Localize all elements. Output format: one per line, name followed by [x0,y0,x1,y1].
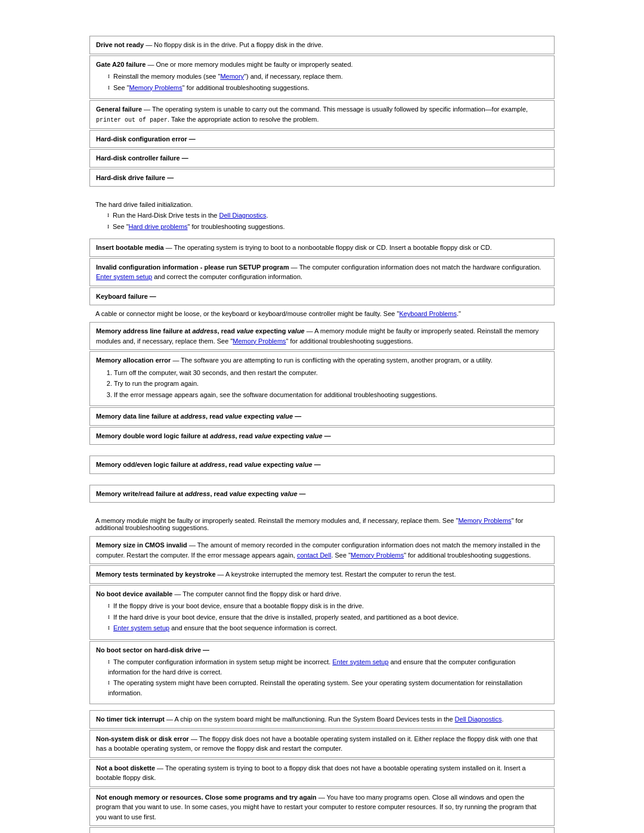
label-drive-not-ready: Drive not ready [96,41,144,48]
section-hd-controller: Hard-disk controller failure — [89,149,555,168]
section-memory-data-line: Memory data line failure at address, rea… [89,407,555,426]
link-enter-system-setup-3[interactable]: Enter system setup [332,658,388,665]
list-item: See "Hard drive problems" for troublesho… [107,222,549,232]
hd-init-text: The hard drive failed initialization. [95,201,549,208]
link-memory-problems-3[interactable]: Memory Problems [458,517,511,524]
hd-drive-text: Hard-disk drive failure — [96,173,548,183]
memory-module-faulty-text: A memory module might be faulty or impro… [95,517,549,531]
link-memory-problems-1[interactable]: Memory Problems [129,84,182,91]
label-hd-controller: Hard-disk controller failure — [96,154,188,162]
gate-a20-text: Gate A20 failure — One or more memory mo… [96,60,548,70]
list-item: Enter system setup and ensure that the b… [108,623,548,633]
section-memory-odd-even: Memory odd/even logic failure at address… [89,456,555,474]
section-not-enough-memory: Not enough memory or resources. Close so… [89,788,555,826]
link-memory[interactable]: Memory [220,73,244,80]
label-memory-data-line: Memory data line failure at address, rea… [96,413,301,420]
page-content: Drive not ready — No floppy disk is in t… [89,36,555,833]
label-hd-drive: Hard-disk drive failure — [96,174,174,181]
section-keyboard-failure: Keyboard failure — [89,287,555,306]
memory-double-word-text: Memory double word logic failure at addr… [96,431,548,441]
section-no-timer-tick: No timer tick interrupt — A chip on the … [89,710,555,729]
general-failure-text: General failure — The operating system i… [96,104,548,125]
section-insert-bootable: Insert bootable media — The operating sy… [89,239,555,257]
section-memory-tests-terminated: Memory tests terminated by keystroke — A… [89,565,555,584]
memory-address-text: Memory address line failure at address, … [96,326,548,346]
label-memory-tests-terminated: Memory tests terminated by keystroke [96,571,216,578]
list-item: Reinstall the memory modules (see "Memor… [108,72,548,82]
link-dell-diagnostics-1[interactable]: Dell Diagnostics [219,212,267,219]
list-item: If the floppy drive is your boot device,… [108,601,548,611]
not-enough-memory-text: Not enough memory or resources. Close so… [96,792,548,822]
label-memory-allocation: Memory allocation error [96,357,171,364]
no-timer-tick-text: No timer tick interrupt — A chip on the … [96,714,548,724]
label-not-enough-memory: Not enough memory or resources. Close so… [96,794,317,801]
section-memory-module-faulty: A memory module might be faulty or impro… [89,513,555,535]
list-item: If the hard drive is your boot device, e… [108,612,548,623]
link-keyboard-problems[interactable]: Keyboard Problems [399,310,457,317]
link-contact-dell-1[interactable]: contact Dell [297,552,331,559]
label-insert-bootable: Insert bootable media [96,244,164,251]
section-gate-a20: Gate A20 failure — One or more memory mo… [89,55,555,100]
section-hd-config: Hard-disk configuration error — [89,130,555,148]
memory-allocation-text: Memory allocation error — The software y… [96,355,548,366]
no-boot-sector-text: No boot sector on hard-disk drive — [96,645,548,655]
keyboard-failure-text: Keyboard failure — [96,292,548,302]
memory-tests-terminated-text: Memory tests terminated by keystroke — A… [96,569,548,580]
list-item: Try to run the program again. [114,379,548,389]
label-invalid-config: Invalid configuration information - plea… [96,264,289,271]
link-dell-diagnostics-2[interactable]: Dell Diagnostics [455,716,502,723]
section-non-system-disk: Non-system disk or disk error — The flop… [89,730,555,758]
section-memory-allocation: Memory allocation error — The software y… [89,351,555,406]
label-no-boot-sector: No boot sector on hard-disk drive — [96,646,209,654]
no-boot-device-list: If the floppy drive is your boot device,… [96,601,548,633]
drive-not-ready-text: Drive not ready — No floppy disk is in t… [96,40,548,50]
section-keyboard-cable: A cable or connector might be loose, or … [89,306,555,321]
section-memory-write-read: Memory write/read failure at address, re… [89,485,555,503]
section-hd-drive: Hard-disk drive failure — [89,169,555,187]
section-not-boot-diskette: Not a boot diskette — The operating syst… [89,759,555,787]
list-item: The operating system might have been cor… [108,678,548,698]
insert-bootable-text: Insert bootable media — The operating sy… [96,243,548,253]
label-keyboard-failure: Keyboard failure — [96,293,156,300]
link-hard-drive-problems[interactable]: Hard drive problems [129,223,188,230]
label-not-boot-diskette: Not a boot diskette [96,764,155,772]
memory-size-cmos-text: Memory size in CMOS invalid — The amount… [96,540,548,560]
section-no-boot-sector: No boot sector on hard-disk drive — The … [89,641,555,705]
list-item: See "Memory Problems" for additional tro… [108,83,548,93]
list-item: The computer configuration information i… [108,657,548,677]
link-enter-system-setup-2[interactable]: Enter system setup [113,624,169,631]
gate-a20-list: Reinstall the memory modules (see "Memor… [96,72,548,92]
section-memory-double-word: Memory double word logic failure at addr… [89,427,555,445]
label-no-timer-tick: No timer tick interrupt [96,716,165,723]
section-memory-address: Memory address line failure at address, … [89,322,555,350]
label-non-system-disk: Non-system disk or disk error [96,735,189,742]
section-os-not-found: Operating system not found — Contact Del… [89,827,555,833]
section-no-boot-device: No boot device available — The computer … [89,585,555,640]
mono-printer: printer out of paper [96,117,168,123]
section-general-failure: General failure — The operating system i… [89,100,555,129]
label-memory-address: Memory address line failure at address, … [96,327,305,335]
memory-odd-even-text: Memory odd/even logic failure at address… [96,460,548,470]
no-boot-device-text: No boot device available — The computer … [96,589,548,599]
label-memory-size-cmos: Memory size in CMOS invalid [96,541,187,549]
label-hd-config: Hard-disk configuration error — [96,135,196,143]
non-system-disk-text: Non-system disk or disk error — The flop… [96,734,548,754]
label-memory-write-read: Memory write/read failure at address, re… [96,490,306,497]
invalid-config-text: Invalid configuration information - plea… [96,262,548,282]
section-memory-size-cmos: Memory size in CMOS invalid — The amount… [89,536,555,564]
link-enter-system-setup-1[interactable]: Enter system setup [96,273,152,280]
hd-controller-text: Hard-disk controller failure — [96,153,548,163]
list-item: Run the Hard-Disk Drive tests in the Del… [107,210,549,221]
section-invalid-config: Invalid configuration information - plea… [89,258,555,286]
label-gate-a20: Gate A20 failure [96,61,145,68]
link-memory-problems-4[interactable]: Memory Problems [351,552,404,559]
hd-config-text: Hard-disk configuration error — [96,134,548,144]
label-general-failure: General failure [96,106,142,113]
section-drive-not-ready: Drive not ready — No floppy disk is in t… [89,36,555,54]
memory-allocation-list: Turn off the computer, wait 30 seconds, … [96,368,548,400]
not-boot-diskette-text: Not a boot diskette — The operating syst… [96,763,548,783]
hd-init-list: Run the Hard-Disk Drive tests in the Del… [95,210,549,231]
label-memory-odd-even: Memory odd/even logic failure at address… [96,461,321,468]
link-memory-problems-2[interactable]: Memory Problems [233,337,286,345]
list-item: Turn off the computer, wait 30 seconds, … [114,368,548,378]
